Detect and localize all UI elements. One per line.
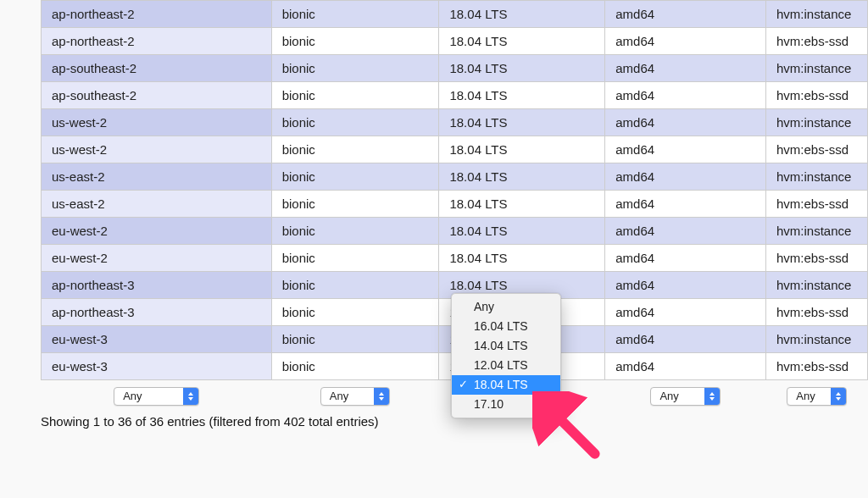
cell-arch: amd64: [605, 245, 766, 272]
cell-region: eu-west-3: [42, 353, 272, 380]
cell-version: 18.04 LTS: [439, 191, 605, 218]
updown-icon: [704, 388, 720, 405]
filter-region-select[interactable]: Any: [114, 387, 198, 406]
cell-version: 18.04 LTS: [439, 245, 605, 272]
cell-name: bionic: [271, 82, 439, 109]
cell-name: bionic: [271, 1, 439, 28]
cell-region: us-west-2: [42, 109, 272, 136]
dropdown-option[interactable]: Any: [452, 297, 560, 317]
cell-name: bionic: [271, 245, 439, 272]
cell-arch: amd64: [605, 163, 766, 191]
filter-type-select[interactable]: Any: [787, 387, 846, 406]
cell-type: hvm:ebs-ssd: [765, 136, 867, 163]
dropdown-option[interactable]: 16.04 LTS: [452, 317, 560, 336]
cell-arch: amd64: [605, 326, 766, 353]
cell-name: bionic: [271, 109, 439, 136]
cell-region: ap-northeast-2: [42, 1, 272, 28]
cell-region: ap-northeast-3: [42, 272, 272, 299]
cell-version: 18.04 LTS: [439, 55, 605, 82]
table-row: us-east-2bionic18.04 LTSamd64hvm:ebs-ssd: [42, 191, 868, 218]
cell-region: eu-west-2: [42, 245, 272, 272]
cell-region: ap-southeast-2: [42, 55, 272, 82]
table-row: eu-west-2bionic18.04 LTSamd64hvm:ebs-ssd: [42, 245, 868, 272]
cell-type: hvm:instance: [765, 109, 867, 136]
cell-name: bionic: [271, 136, 439, 163]
cell-arch: amd64: [605, 191, 766, 218]
cell-type: hvm:instance: [765, 272, 867, 299]
cell-region: us-east-2: [42, 191, 272, 218]
cell-version: 18.04 LTS: [439, 218, 605, 245]
table-row: us-west-2bionic18.04 LTSamd64hvm:ebs-ssd: [42, 136, 868, 163]
cell-version: 18.04 LTS: [439, 28, 605, 55]
cell-version: 18.04 LTS: [439, 109, 605, 136]
filter-version-dropdown[interactable]: Any16.04 LTS14.04 LTS12.04 LTS18.04 LTS1…: [451, 293, 561, 418]
cell-arch: amd64: [605, 353, 766, 380]
cell-name: bionic: [271, 191, 439, 218]
cell-region: eu-west-2: [42, 218, 272, 245]
table-row: us-west-2bionic18.04 LTSamd64hvm:instanc…: [42, 109, 868, 136]
cell-type: hvm:ebs-ssd: [765, 299, 867, 326]
cell-arch: amd64: [605, 109, 766, 136]
cell-version: 18.04 LTS: [439, 136, 605, 163]
filter-region-label: Any: [114, 388, 182, 405]
cell-name: bionic: [271, 353, 439, 380]
filter-name-label: Any: [321, 388, 374, 405]
cell-name: bionic: [271, 299, 439, 326]
ami-table-wrap: ap-northeast-2bionic18.04 LTSamd64hvm:in…: [0, 0, 868, 407]
cell-version: 18.04 LTS: [439, 163, 605, 191]
cell-region: us-east-2: [42, 163, 272, 191]
cell-type: hvm:ebs-ssd: [765, 28, 867, 55]
cell-arch: amd64: [605, 136, 766, 163]
cell-region: ap-northeast-3: [42, 299, 272, 326]
cell-region: ap-southeast-2: [42, 82, 272, 109]
cell-region: us-west-2: [42, 136, 272, 163]
cell-type: hvm:instance: [765, 55, 867, 82]
cell-arch: amd64: [605, 1, 766, 28]
cell-type: hvm:ebs-ssd: [765, 191, 867, 218]
cell-region: eu-west-3: [42, 326, 272, 353]
updown-icon: [374, 388, 389, 405]
filter-arch-select[interactable]: Any: [650, 387, 720, 406]
cell-type: hvm:instance: [765, 163, 867, 191]
cell-region: ap-northeast-2: [42, 28, 272, 55]
cell-version: 18.04 LTS: [439, 1, 605, 28]
updown-icon: [183, 388, 198, 405]
cell-version: 18.04 LTS: [439, 82, 605, 109]
table-row: ap-northeast-2bionic18.04 LTSamd64hvm:in…: [42, 1, 868, 28]
cell-arch: amd64: [605, 299, 766, 326]
filter-name-select[interactable]: Any: [320, 387, 390, 406]
table-row: ap-northeast-2bionic18.04 LTSamd64hvm:eb…: [42, 28, 868, 55]
table-status-text: Showing 1 to 36 of 36 entries (filtered …: [0, 407, 868, 429]
cell-type: hvm:instance: [765, 326, 867, 353]
cell-arch: amd64: [605, 272, 766, 299]
cell-name: bionic: [271, 163, 439, 191]
cell-name: bionic: [271, 218, 439, 245]
cell-type: hvm:ebs-ssd: [765, 245, 867, 272]
cell-name: bionic: [271, 55, 439, 82]
cell-type: hvm:ebs-ssd: [765, 353, 867, 380]
updown-icon: [831, 388, 846, 405]
table-row: ap-southeast-2bionic18.04 LTSamd64hvm:eb…: [42, 82, 868, 109]
dropdown-option[interactable]: 14.04 LTS: [452, 336, 560, 356]
cell-arch: amd64: [605, 218, 766, 245]
table-row: us-east-2bionic18.04 LTSamd64hvm:instanc…: [42, 163, 868, 191]
cell-type: hvm:ebs-ssd: [765, 82, 867, 109]
dropdown-option[interactable]: 18.04 LTS: [452, 375, 560, 395]
cell-name: bionic: [271, 326, 439, 353]
cell-arch: amd64: [605, 55, 766, 82]
cell-name: bionic: [271, 28, 439, 55]
table-row: ap-southeast-2bionic18.04 LTSamd64hvm:in…: [42, 55, 868, 82]
cell-arch: amd64: [605, 28, 766, 55]
cell-type: hvm:instance: [765, 1, 867, 28]
cell-type: hvm:instance: [765, 218, 867, 245]
table-row: eu-west-2bionic18.04 LTSamd64hvm:instanc…: [42, 218, 868, 245]
cell-arch: amd64: [605, 82, 766, 109]
filter-type-label: Any: [787, 388, 830, 405]
filter-arch-label: Any: [651, 388, 704, 405]
cell-name: bionic: [271, 272, 439, 299]
dropdown-option[interactable]: 12.04 LTS: [452, 356, 560, 375]
dropdown-option[interactable]: 17.10: [452, 395, 560, 414]
